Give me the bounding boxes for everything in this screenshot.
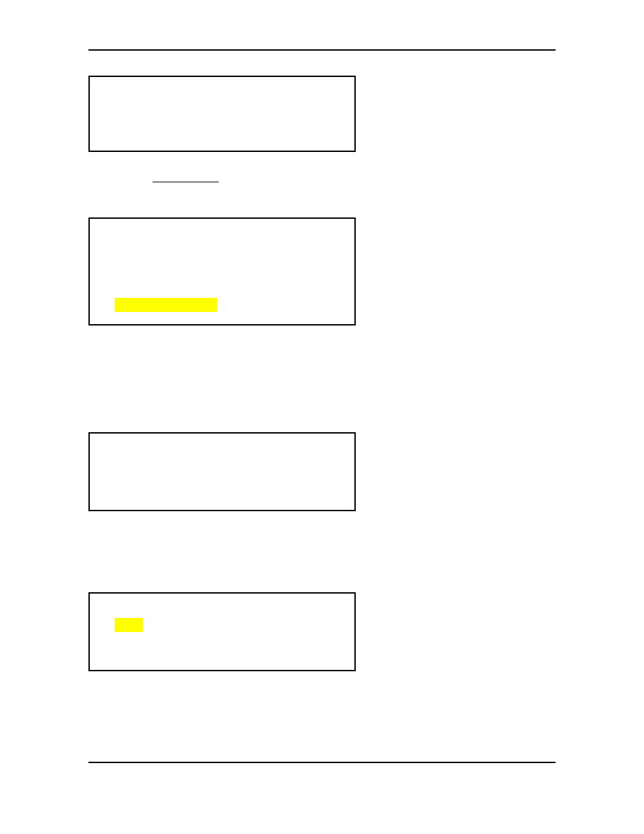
box-3 xyxy=(88,432,356,511)
bottom-rule xyxy=(88,762,556,763)
highlight-1 xyxy=(115,298,217,312)
box-1 xyxy=(88,76,356,152)
highlight-2 xyxy=(115,618,142,632)
short-rule xyxy=(153,182,219,182)
top-rule xyxy=(88,49,556,51)
